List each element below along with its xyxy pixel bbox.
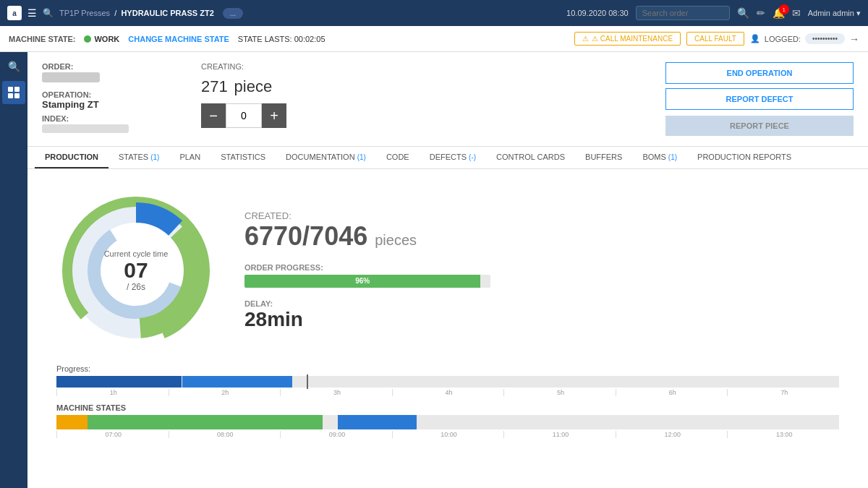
state-lasts: STATE LASTS: 00:02:05: [238, 35, 326, 43]
timeline-marker: [307, 374, 308, 389]
created-section: CREATED: 6770/7046 pieces: [244, 210, 839, 252]
edit-icon[interactable]: ✏: [757, 7, 765, 19]
cycle-time-donut-chart: Current cycle time 07 / 26s: [56, 191, 216, 350]
tab-control-cards[interactable]: CONTROL CARDS: [486, 147, 575, 168]
tab-defects[interactable]: DEFECTS (-): [420, 147, 486, 168]
quantity-increase-button[interactable]: +: [262, 103, 286, 128]
person-icon: 👤: [750, 34, 760, 43]
mail-icon[interactable]: ✉: [792, 7, 801, 19]
ms-tick-1000: 10:00: [392, 431, 504, 438]
delay-value: 28min: [244, 308, 839, 331]
cycle-value: 07: [104, 258, 169, 282]
report-defect-button[interactable]: REPORT DEFECT: [665, 88, 854, 110]
order-label: ORDER:: [42, 62, 172, 71]
top-navigation: a ☰ 🔍 TP1P Presses / HYDRAULIC PRASS ZT2…: [0, 0, 868, 26]
creating-info: CREATING: 271 piece − +: [201, 62, 286, 128]
tab-production-reports[interactable]: PRODUCTION REPORTS: [687, 147, 801, 168]
ms-tick-1300: 13:00: [727, 431, 839, 438]
ms-tick-0700: 07:00: [56, 431, 169, 438]
cycle-time-center: Current cycle time 07 / 26s: [104, 249, 169, 292]
order-progress-fill: 96%: [244, 275, 480, 288]
stats-panel: CREATED: 6770/7046 pieces ORDER PROGRESS…: [244, 210, 839, 331]
svg-rect-2: [8, 93, 13, 98]
index-value: [42, 124, 129, 133]
order-panel: ORDER: OPERATION: Stamping ZT INDEX: CRE…: [27, 52, 868, 147]
machine-state-gap: [323, 415, 339, 429]
notification-badge: 1: [779, 4, 789, 14]
search-icon[interactable]: 🔍: [737, 7, 749, 19]
creating-value: 271 piece: [201, 71, 286, 98]
breadcrumb-parent[interactable]: TP1P Presses: [59, 9, 110, 17]
tick-2h: 2h: [169, 389, 281, 396]
svg-rect-0: [8, 87, 13, 92]
sidebar-icon-active[interactable]: [2, 81, 25, 104]
delay-section: DELAY: 28min: [244, 299, 839, 331]
tick-1h: 1h: [56, 389, 169, 396]
tab-documentation[interactable]: DOCUMENTATION (1): [276, 147, 376, 168]
warning-icon: ⚠: [582, 35, 589, 43]
production-tab-content: Current cycle time 07 / 26s CREATED: 677…: [27, 169, 868, 488]
report-piece-button: REPORT PIECE: [665, 116, 854, 136]
order-value: [42, 72, 100, 82]
admin-menu[interactable]: Admin admin ▾: [808, 9, 861, 18]
state-dot: [84, 35, 91, 43]
tab-plan[interactable]: PLAN: [169, 147, 210, 168]
app-logo: a: [7, 6, 22, 20]
tab-production[interactable]: PRODUCTION: [35, 147, 109, 168]
action-buttons-section: END OPERATION REPORT DEFECT REPORT PIECE: [665, 62, 854, 136]
home-icon[interactable]: 🔍: [43, 8, 54, 18]
end-operation-button[interactable]: END OPERATION: [665, 62, 854, 84]
ms-tick-1100: 11:00: [503, 431, 616, 438]
progress-row-label: Progress:: [56, 364, 839, 373]
quantity-controls: − +: [201, 103, 286, 128]
quantity-input[interactable]: [226, 103, 262, 128]
tab-code[interactable]: CODE: [376, 147, 420, 168]
top-nav-right: 10.09.2020 08:30 🔍 ✏ 🔔 1 ✉ Admin admin ▾: [566, 6, 861, 20]
machine-state-label: MACHINE STATE:: [9, 35, 75, 43]
change-machine-state-button[interactable]: CHANGE MACHINE STATE: [128, 35, 229, 43]
tab-states[interactable]: STATES (1): [109, 147, 169, 168]
notification-icon[interactable]: 🔔 1: [773, 7, 785, 19]
tick-4h: 4h: [392, 389, 504, 396]
ms-tick-0800: 08:00: [169, 431, 281, 438]
creating-unit: piece: [234, 77, 273, 95]
created-unit: pieces: [375, 232, 417, 248]
operation-label: OPERATION:: [42, 90, 172, 99]
svg-rect-3: [14, 93, 20, 98]
nav-right-buttons: ⚠ ⚠ CALL MAINTENANCE CALL FAULT 👤 LOGGED…: [574, 32, 859, 46]
call-maintenance-button[interactable]: ⚠ ⚠ CALL MAINTENANCE: [574, 32, 681, 46]
tab-bar: PRODUCTION STATES (1) PLAN STATISTICS DO…: [27, 147, 868, 169]
tick-3h: 3h: [280, 389, 392, 396]
sidebar: 🔍: [0, 52, 27, 488]
tab-statistics[interactable]: STATISTICS: [210, 147, 276, 168]
status-pill: ...: [223, 8, 243, 19]
search-input[interactable]: [636, 6, 730, 20]
cycle-sub: / 26s: [104, 282, 169, 292]
order-progress-section: ORDER PROGRESS: 96%: [244, 263, 839, 288]
call-fault-button[interactable]: CALL FAULT: [686, 32, 744, 46]
quantity-decrease-button[interactable]: −: [201, 103, 226, 128]
progress-timeline-section: Progress: 1h 2h 3h 4h 5h 6h 7h: [42, 357, 854, 445]
timeline-ticks: 1h 2h 3h 4h 5h 6h 7h: [56, 389, 839, 396]
tab-boms[interactable]: BOMS (1): [632, 147, 687, 168]
operation-value: Stamping ZT: [42, 99, 172, 110]
progress-row: Progress: 1h 2h 3h 4h 5h 6h 7h: [56, 364, 839, 396]
machine-states-bar: [56, 415, 839, 429]
machine-states-label: MACHINE STATES: [56, 403, 839, 412]
logout-icon[interactable]: →: [849, 33, 859, 45]
secondary-navigation: MACHINE STATE: WORK CHANGE MACHINE STATE…: [0, 26, 868, 52]
tick-7h: 7h: [727, 389, 839, 396]
created-values: 6770/7046 pieces: [244, 221, 839, 252]
tab-buffers[interactable]: BUFFERS: [575, 147, 632, 168]
creating-section: CREATING: 271 piece − +: [201, 62, 637, 128]
machine-state-blue: [338, 415, 416, 429]
sidebar-icon-search[interactable]: 🔍: [2, 55, 25, 78]
menu-icon[interactable]: ☰: [27, 7, 37, 19]
production-main: Current cycle time 07 / 26s CREATED: 677…: [42, 184, 854, 357]
logged-user: ••••••••••: [805, 33, 845, 44]
machine-state-green: [88, 415, 323, 429]
main-layout: 🔍 ORDER: OPERATION: Stamping ZT INDEX:: [0, 52, 868, 488]
order-info: ORDER: OPERATION: Stamping ZT INDEX:: [42, 62, 172, 135]
machine-states-section: MACHINE STATES 07:00 08:00 09:00 10:00 1…: [56, 403, 839, 438]
main-content: ORDER: OPERATION: Stamping ZT INDEX: CRE…: [27, 52, 868, 488]
